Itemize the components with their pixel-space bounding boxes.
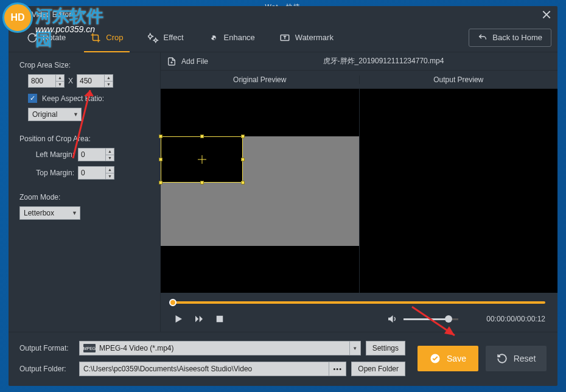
- spin-up[interactable]: ▲: [106, 149, 114, 155]
- reset-button[interactable]: Reset: [486, 346, 547, 371]
- enhance-icon: [208, 32, 219, 43]
- watermark-icon: [279, 32, 290, 43]
- volume-slider[interactable]: [404, 318, 458, 320]
- rotate-icon: [27, 32, 38, 43]
- tab-watermark[interactable]: Watermark: [267, 23, 346, 52]
- reset-icon: [497, 353, 508, 364]
- svg-point-2: [214, 38, 215, 40]
- tab-effect[interactable]: Effect: [136, 23, 196, 52]
- effect-icon: [148, 32, 159, 43]
- toolbar: Rotate Crop Effect Enhance Watermark: [9, 23, 557, 52]
- spin-up[interactable]: ▲: [105, 75, 113, 82]
- play-button[interactable]: [173, 313, 184, 324]
- app-title: Free Video Editor: [15, 10, 71, 19]
- tab-enhance[interactable]: Enhance: [196, 23, 267, 52]
- crop-handle[interactable]: [200, 135, 204, 138]
- file-name: 虎牙-胖炸_20190912111234770.mp4: [323, 57, 444, 65]
- svg-rect-4: [217, 316, 223, 323]
- crop-handle[interactable]: [159, 135, 162, 138]
- open-folder-button[interactable]: Open Folder: [351, 362, 405, 376]
- stop-button[interactable]: [214, 313, 225, 324]
- output-folder-input[interactable]: C:\Users\pc0359\Documents\Aiseesoft Stud…: [79, 362, 346, 376]
- time-display: 00:00:00/00:00:12: [486, 315, 545, 323]
- sidebar: Crop Area Size: ▲▼ X ▲▼ ✓ Keep Aspect Ra…: [9, 52, 161, 332]
- app-window: Free Video Editor Rotate Crop Effect: [9, 6, 557, 386]
- back-icon: [478, 33, 487, 43]
- zoom-mode-title: Zoom Mode:: [19, 193, 149, 201]
- crop-handle[interactable]: [241, 158, 245, 161]
- output-format-label: Output Format:: [19, 344, 74, 352]
- back-home-button[interactable]: Back to Home: [469, 29, 551, 47]
- spin-down[interactable]: ▼: [106, 173, 114, 180]
- keep-aspect-checkbox[interactable]: ✓: [28, 94, 37, 103]
- keep-aspect-label: Keep Aspect Ratio:: [42, 94, 104, 103]
- left-margin-label: Left Margin:: [28, 150, 74, 159]
- crop-icon: [90, 32, 101, 43]
- crop-handle[interactable]: [241, 181, 245, 184]
- chevron-down-icon: ▼: [73, 111, 79, 117]
- tab-rotate[interactable]: Rotate: [15, 23, 78, 52]
- crop-area-size-label: Crop Area Size:: [19, 61, 149, 69]
- format-badge-icon: MPEG: [83, 344, 96, 352]
- next-button[interactable]: [194, 313, 204, 324]
- output-preview-panel: [360, 89, 558, 293]
- spin-down[interactable]: ▼: [56, 82, 64, 88]
- top-margin-input[interactable]: ▲▼: [78, 166, 114, 180]
- volume-thumb[interactable]: [445, 315, 452, 323]
- spin-up[interactable]: ▲: [106, 167, 114, 173]
- timeline-thumb[interactable]: [169, 299, 176, 306]
- add-file-icon: [167, 57, 176, 66]
- close-icon[interactable]: [542, 10, 551, 19]
- crop-handle[interactable]: [200, 181, 204, 184]
- position-title: Position of Crop Area:: [19, 135, 149, 143]
- video-frame: [161, 136, 359, 246]
- original-preview-label: Original Preview: [161, 75, 360, 84]
- output-format-dropdown[interactable]: MPEG MPEG-4 Video (*.mp4) ▼: [79, 341, 361, 355]
- crop-handle[interactable]: [241, 135, 245, 138]
- file-bar: Add File 虎牙-胖炸_20190912111234770.mp4: [161, 52, 557, 71]
- crop-handle[interactable]: [159, 158, 162, 161]
- output-folder-label: Output Folder:: [19, 365, 74, 373]
- crop-box[interactable]: [161, 136, 243, 183]
- crop-handle[interactable]: [159, 181, 162, 184]
- crop-height-input[interactable]: ▲▼: [77, 74, 113, 88]
- check-icon: [430, 353, 441, 364]
- svg-point-1: [211, 36, 212, 38]
- settings-button[interactable]: Settings: [366, 341, 405, 355]
- output-preview-label: Output Preview: [360, 75, 558, 84]
- original-preview-panel[interactable]: [161, 89, 360, 293]
- footer: Output Format: MPEG MPEG-4 Video (*.mp4)…: [9, 332, 557, 386]
- top-margin-label: Top Margin:: [28, 169, 74, 177]
- playback-controls: 00:00:00/00:00:12: [161, 304, 557, 332]
- save-button[interactable]: Save: [418, 346, 478, 371]
- crop-width-input[interactable]: ▲▼: [28, 74, 65, 88]
- titlebar: Free Video Editor: [9, 6, 557, 23]
- chevron-down-icon[interactable]: ▼: [349, 341, 360, 355]
- browse-button[interactable]: •••: [329, 362, 346, 376]
- spin-down[interactable]: ▼: [106, 155, 114, 161]
- tab-crop[interactable]: Crop: [78, 23, 135, 52]
- spin-down[interactable]: ▼: [105, 82, 113, 88]
- spin-up[interactable]: ▲: [56, 75, 64, 82]
- chevron-down-icon: ▼: [72, 210, 77, 216]
- timeline[interactable]: [161, 293, 557, 304]
- preview-headers: Original Preview Output Preview: [161, 71, 557, 89]
- add-file-button[interactable]: Add File: [167, 57, 208, 66]
- volume-icon[interactable]: [386, 313, 397, 324]
- zoom-mode-dropdown[interactable]: Letterbox▼: [19, 206, 80, 220]
- left-margin-input[interactable]: ▲▼: [78, 148, 114, 161]
- aspect-ratio-dropdown[interactable]: Original▼: [28, 108, 82, 121]
